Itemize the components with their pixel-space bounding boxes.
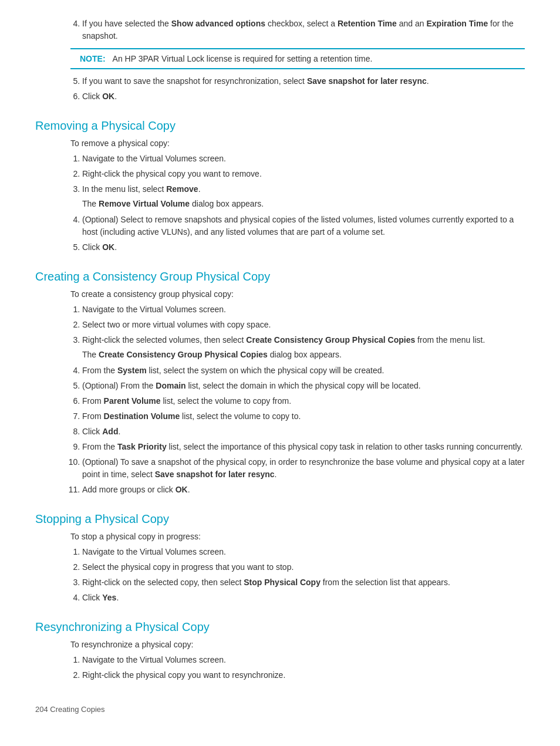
intro-item-5: If you want to save the snapshot for res…	[82, 75, 525, 87]
list-item-pre: From	[82, 411, 104, 421]
list-item-pre: From	[82, 396, 104, 406]
intro-item6-pre: Click	[82, 92, 102, 101]
footer-text: 204 Creating Copies	[35, 705, 105, 714]
intro-item4-mid: checkbox, select a	[265, 19, 338, 28]
list-item-end: list, select the volume to copy from.	[161, 396, 292, 406]
list-item-bold: Domain	[156, 381, 185, 390]
intro-item-6: Click OK.	[82, 90, 525, 103]
list-item-bold: Destination Volume	[104, 411, 180, 421]
list-item-text: Right-click the physical copy you want t…	[82, 670, 285, 680]
section-stopping-heading: Stopping a Physical Copy	[35, 512, 525, 526]
list-item-text: (Optional) Select to remove snapshots an…	[82, 215, 514, 237]
intro-item6-bold: OK	[102, 92, 114, 101]
list-item: (Optional) Select to remove snapshots an…	[82, 214, 525, 238]
intro-item5-end: .	[427, 76, 429, 86]
section-stopping-intro: To stop a physical copy in progress:	[70, 532, 525, 541]
intro-item4-bold1: Show advanced options	[171, 19, 265, 28]
list-item-bold: Parent Volume	[104, 396, 161, 406]
list-item-text: Navigate to the Virtual Volumes screen.	[82, 154, 226, 163]
list-item-text: Select two or more virtual volumes with …	[82, 320, 271, 329]
list-item-text: Right-click the physical copy you want t…	[82, 169, 262, 178]
list-item: Navigate to the Virtual Volumes screen.	[82, 153, 525, 165]
list-item: Select the physical copy in progress tha…	[82, 561, 525, 573]
intro-item-4: If you have selected the Show advanced o…	[82, 18, 525, 42]
list-item: Right-click on the selected copy, then s…	[82, 576, 525, 589]
intro-item4-bold2: Retention Time	[338, 19, 397, 28]
list-item-bold: Task Priority	[117, 442, 167, 451]
section-creating-intro: To create a consistency group physical c…	[70, 289, 525, 299]
list-item-end: .	[188, 485, 190, 494]
section-removing-intro: To remove a physical copy:	[70, 139, 525, 148]
list-item-bold: Remove	[166, 184, 198, 194]
section-removing-list: Navigate to the Virtual Volumes screen. …	[82, 153, 525, 254]
list-item-pre: Click	[82, 242, 102, 252]
list-item: Select two or more virtual volumes with …	[82, 319, 525, 331]
list-item-bold: Create Consistency Group Physical Copies	[246, 335, 415, 345]
section-resync-intro: To resynchronize a physical copy:	[70, 640, 525, 649]
list-item-pre: Click	[82, 427, 102, 436]
list-item-pre: (Optional) To save a snapshot of the phy…	[82, 457, 525, 479]
intro-item4-pre: If you have selected the	[82, 19, 171, 28]
list-item: Add more groups or click OK.	[82, 484, 525, 496]
page-footer: 204 Creating Copies	[35, 705, 525, 714]
list-item-end: .	[114, 242, 117, 252]
sub-note-bold: Remove Virtual Volume	[99, 199, 190, 208]
sub-note-end: dialog box appears.	[268, 350, 342, 359]
list-item-text: Navigate to the Virtual Volumes screen.	[82, 547, 226, 556]
intro-item4-and: and an	[397, 19, 427, 28]
intro-item5-pre: If you want to save the snapshot for res…	[82, 76, 307, 86]
list-item-pre: Right-click on the selected copy, then s…	[82, 578, 244, 587]
list-item: Click OK.	[82, 241, 525, 254]
list-item-bold: Save snapshot for later resync	[155, 470, 275, 479]
sub-note-end: dialog box appears.	[190, 199, 264, 208]
list-item-text: Select the physical copy in progress tha…	[82, 562, 294, 572]
sub-note-pre: The	[82, 350, 99, 359]
list-item: Right-click the selected volumes, then s…	[82, 334, 525, 361]
list-item-pre: Add more groups or click	[82, 485, 176, 494]
list-item-bold: Stop Physical Copy	[244, 578, 321, 587]
list-item: In the menu list, select Remove. The Rem…	[82, 183, 525, 210]
section-stopping-list: Navigate to the Virtual Volumes screen. …	[82, 546, 525, 604]
list-item: (Optional) From the Domain list, select …	[82, 380, 525, 392]
list-item-text: Navigate to the Virtual Volumes screen.	[82, 305, 226, 314]
list-item: Click Yes.	[82, 592, 525, 604]
list-item: From Destination Volume list, select the…	[82, 410, 525, 423]
list-item: Click Add.	[82, 426, 525, 438]
list-item: (Optional) To save a snapshot of the phy…	[82, 456, 525, 481]
list-item-pre: (Optional) From the	[82, 381, 156, 390]
section-removing-heading: Removing a Physical Copy	[35, 119, 525, 133]
sub-note-bold: Create Consistency Group Physical Copies	[99, 350, 268, 359]
list-item: Right-click the physical copy you want t…	[82, 168, 525, 180]
section-resync-heading: Resynchronizing a Physical Copy	[35, 620, 525, 634]
note-box: NOTE: An HP 3PAR Virtual Lock license is…	[70, 48, 525, 69]
list-item-pre: In the menu list, select	[82, 184, 166, 194]
section-resync-list: Navigate to the Virtual Volumes screen. …	[82, 654, 525, 681]
list-item: Navigate to the Virtual Volumes screen.	[82, 654, 525, 666]
list-item-end: list, select the importance of this phys…	[167, 442, 523, 451]
list-item-end: list, select the volume to copy to.	[180, 411, 301, 421]
list-item-end: .	[198, 184, 201, 194]
list-item-end: list, select the domain in which the phy…	[186, 381, 421, 390]
list-item-end: from the menu list.	[415, 335, 485, 345]
section-creating-list: Navigate to the Virtual Volumes screen. …	[82, 303, 525, 496]
list-item-end: list, select the system on which the phy…	[147, 366, 384, 375]
list-item: Right-click the physical copy you want t…	[82, 669, 525, 681]
note-label: NOTE:	[80, 54, 106, 63]
list-item-end: from the selection list that appears.	[321, 578, 450, 587]
list-item-bold: Yes	[102, 593, 116, 602]
list-item-text: Navigate to the Virtual Volumes screen.	[82, 655, 226, 664]
list-item: From the Task Priority list, select the …	[82, 441, 525, 453]
sub-note-pre: The	[82, 199, 99, 208]
list-item: From Parent Volume list, select the volu…	[82, 395, 525, 407]
note-text: An HP 3PAR Virtual Lock license is requi…	[113, 54, 373, 63]
list-item-end: .	[275, 470, 277, 479]
list-item-pre: Right-click the selected volumes, then s…	[82, 335, 246, 345]
list-item: Navigate to the Virtual Volumes screen.	[82, 303, 525, 316]
section-creating-heading: Creating a Consistency Group Physical Co…	[35, 270, 525, 283]
list-item: Navigate to the Virtual Volumes screen.	[82, 546, 525, 558]
list-item-bold: OK	[102, 242, 114, 252]
list-item-end: .	[116, 593, 119, 602]
intro-item4-bold3: Expiration Time	[426, 19, 488, 28]
list-item: From the System list, select the system …	[82, 364, 525, 377]
intro-item6-end: .	[114, 92, 117, 101]
